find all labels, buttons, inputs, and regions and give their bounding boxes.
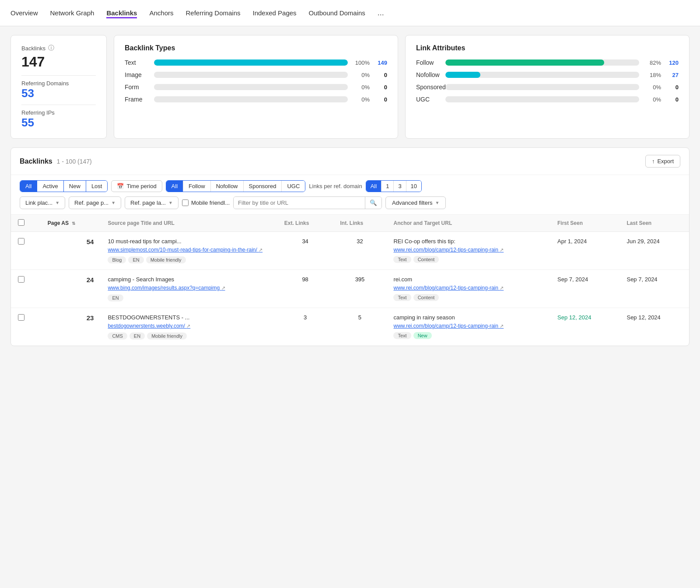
anchor-url[interactable]: www.rei.com/blog/camp/12-tips-camping-ra… [393, 322, 543, 330]
chevron-down-icon: ▼ [168, 200, 173, 205]
nav-item-backlinks[interactable]: Backlinks [106, 7, 137, 18]
ext-links-cell: 3 [277, 308, 333, 346]
row-checkbox[interactable] [18, 314, 24, 321]
anchor-tag: Text [393, 256, 411, 263]
last-seen-date: Jun 29, 2024 [626, 238, 659, 245]
anchor-text: camping in rainy season [393, 314, 543, 321]
first-seen-date: Apr 1, 2024 [557, 238, 587, 245]
referring-ips-label: Referring IPs [21, 109, 96, 116]
filter-row-1: All Active New Lost 📅 Time period All Fo… [20, 180, 680, 192]
table-section: Backlinks 1 - 100 (147) ↑ Export All Act… [10, 147, 690, 346]
link-attr-row: Sponsored 0% 0 [416, 84, 679, 91]
referring-domains-label: Referring Domains [21, 80, 96, 87]
sort-icon: ⇅ [72, 221, 75, 226]
ref-page-la-dropdown[interactable]: Ref. page la... ▼ [125, 196, 178, 209]
bar-track [154, 60, 348, 66]
nav-item-indexed-pages[interactable]: Indexed Pages [253, 7, 297, 18]
external-link-icon: ↗ [259, 247, 262, 252]
external-link-icon: ↗ [221, 285, 225, 290]
table-header-row: Page AS ⇅ Source page Title and URL Ext.… [11, 215, 689, 232]
search-input[interactable] [234, 197, 365, 209]
bar-track [154, 84, 348, 90]
status-new-button[interactable]: New [64, 181, 86, 192]
time-period-button[interactable]: 📅 Time period [111, 180, 162, 192]
bar-pct: 0% [353, 96, 370, 103]
backlink-types-card: Backlink Types Text 100% 149 Image 0% 0 … [114, 35, 398, 139]
nav-more-button[interactable]: ... [378, 8, 384, 18]
th-page-as[interactable]: Page AS ⇅ [41, 215, 101, 232]
nav-item-outbound-domains[interactable]: Outbound Domains [309, 7, 365, 18]
bar-label: Image [125, 71, 149, 78]
last-seen-date: Sep 12, 2024 [626, 314, 660, 321]
anchor-tag: Content [413, 256, 439, 263]
first-seen-cell: Sep 7, 2024 [550, 270, 620, 308]
link-type-follow-button[interactable]: Follow [183, 181, 211, 192]
links-per-3-button[interactable]: 3 [394, 181, 406, 192]
source-title: 10 must-read tips for campi... [108, 238, 270, 245]
int-links-cell: 5 [333, 308, 387, 346]
anchor-tags: TextContent [393, 294, 543, 301]
link-type-ugc-button[interactable]: UGC [282, 181, 305, 192]
first-seen-cell: Apr 1, 2024 [550, 232, 620, 270]
bar-label: UGC [416, 96, 440, 103]
bar-pct: 0% [353, 84, 370, 91]
search-button[interactable]: 🔍 [365, 197, 382, 209]
nav-item-overview[interactable]: Overview [10, 7, 38, 18]
bar-track [154, 96, 348, 102]
source-tag: EN [128, 256, 144, 263]
bar-label: Text [125, 59, 149, 66]
nav-item-anchors[interactable]: Anchors [149, 7, 173, 18]
row-checkbox[interactable] [18, 276, 24, 283]
summary-card: Backlinks ⓘ 147 Referring Domains 53 Ref… [10, 35, 107, 139]
link-attr-row: UGC 0% 0 [416, 96, 679, 103]
status-lost-button[interactable]: Lost [86, 181, 108, 192]
ref-page-p-dropdown[interactable]: Ref. page p... ▼ [69, 196, 121, 209]
link-placement-dropdown[interactable]: Link plac... ▼ [20, 196, 65, 209]
th-anchor: Anchor and Target URL [386, 215, 550, 232]
first-seen-cell: Sep 12, 2024 [550, 308, 620, 346]
row-checkbox[interactable] [18, 238, 24, 245]
link-type-sponsored-button[interactable]: Sponsored [244, 181, 282, 192]
anchor-cell: rei.com www.rei.com/blog/camp/12-tips-ca… [386, 270, 550, 308]
bar-fill [445, 60, 604, 66]
status-active-button[interactable]: Active [37, 181, 63, 192]
anchor-url[interactable]: www.rei.com/blog/camp/12-tips-camping-ra… [393, 246, 543, 254]
source-tag: Blog [108, 256, 126, 263]
bar-pct: 0% [644, 96, 661, 103]
bar-pct: 0% [644, 84, 661, 91]
links-per-10-button[interactable]: 10 [406, 181, 421, 192]
source-title: BESTDOGOWNERSTENTS - ... [108, 314, 270, 321]
export-button[interactable]: ↑ Export [645, 155, 680, 168]
source-url[interactable]: bestdogownerstents.weebly.com/ ↗ [108, 322, 270, 330]
table-row: 54 10 must-read tips for campi... www.si… [11, 232, 689, 270]
link-type-all-button[interactable]: All [166, 181, 183, 192]
nav-item-referring-domains[interactable]: Referring Domains [186, 7, 240, 18]
th-first-seen: First Seen [550, 215, 620, 232]
nav-item-network-graph[interactable]: Network Graph [50, 7, 94, 18]
int-links-cell: 395 [333, 270, 387, 308]
status-all-button[interactable]: All [20, 181, 37, 192]
bar-count: 149 [375, 60, 387, 66]
backlinks-value: 147 [21, 54, 96, 70]
backlinks-label: Backlinks ⓘ [21, 44, 96, 52]
source-url[interactable]: www.simplemost.com/10-must-read-tips-for… [108, 246, 270, 254]
advanced-filters-button[interactable]: Advanced filters ▼ [385, 196, 446, 209]
bar-track [445, 96, 639, 102]
anchor-url[interactable]: www.rei.com/blog/camp/12-tips-camping-ra… [393, 284, 543, 292]
source-url[interactable]: www.bing.com/images/results.aspx?q=campi… [108, 284, 270, 292]
calendar-icon: 📅 [117, 183, 124, 189]
last-seen-cell: Sep 7, 2024 [620, 270, 689, 308]
page-as-cell: 24 [41, 270, 101, 308]
bar-pct: 18% [644, 72, 661, 78]
anchor-tag: New [413, 332, 432, 339]
links-per-all-button[interactable]: All [366, 181, 382, 192]
mobile-friendly-checkbox[interactable] [182, 200, 189, 206]
search-input-wrap: 🔍 [233, 196, 382, 209]
links-per-1-button[interactable]: 1 [382, 181, 394, 192]
bar-count: 0 [666, 96, 679, 103]
table-title: Backlinks [20, 158, 52, 165]
select-all-checkbox[interactable] [18, 219, 24, 226]
chevron-down-icon: ▼ [111, 200, 116, 205]
link-type-nofollow-button[interactable]: Nofollow [211, 181, 244, 192]
mobile-friendly-checkbox-label[interactable]: Mobile friendl... [182, 200, 230, 206]
